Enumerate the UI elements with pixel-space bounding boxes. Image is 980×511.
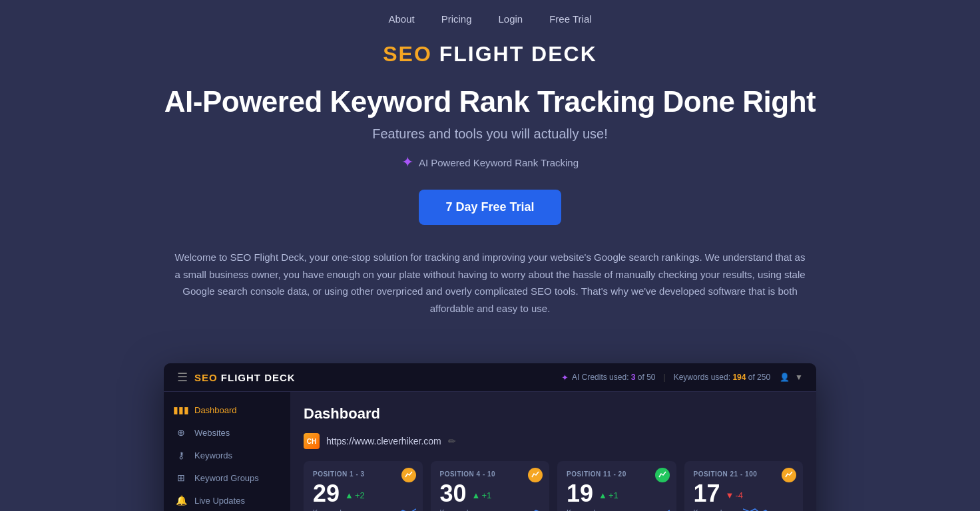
divider: | — [664, 373, 666, 382]
change-arrow-up-2: ▲ — [472, 490, 481, 500]
change-value-3: +1 — [609, 490, 618, 500]
card-number-3: 19 — [567, 482, 593, 506]
hamburger-icon[interactable]: ☰ — [177, 370, 188, 385]
stat-card-1-3: POSITION 1 - 3 29 ▲ +2 Keywords Ranking — [304, 461, 423, 511]
dashboard-body: ▮▮▮ Dashboard ⊕ Websites ⚷ Keywords ⊞ Ke… — [164, 392, 816, 511]
key-icon: ⚷ — [176, 450, 186, 460]
card-badge-3 — [655, 468, 670, 482]
sidebar-label-dashboard: Dashboard — [194, 405, 237, 415]
user-icon[interactable]: 👤 — [780, 373, 790, 382]
dropdown-icon[interactable]: ▼ — [795, 373, 803, 382]
dash-logo-seo: SEO — [194, 372, 221, 383]
bell-icon: 🔔 — [176, 495, 186, 506]
website-url: https://www.cleverhiker.com — [326, 436, 441, 446]
sidebar-label-websites: Websites — [194, 428, 230, 438]
nav-pricing[interactable]: Pricing — [441, 13, 472, 25]
hero-section: SEO FLIGHT DECK AI-Powered Keyword Rank … — [0, 35, 980, 363]
sidebar-item-websites[interactable]: ⊕ Websites — [164, 421, 290, 444]
card-change-3: ▲ +1 — [599, 490, 618, 503]
nav-login[interactable]: Login — [499, 13, 523, 25]
change-arrow-up-3: ▲ — [599, 490, 607, 500]
stat-card-21-100: POSITION 21 - 100 17 ▼ -4 Keywords Ranki… — [684, 461, 804, 511]
ai-credits-text: AI Credits used: 3 of 50 — [572, 373, 655, 382]
card-change-1: ▲ +2 — [345, 490, 365, 503]
card-number-2: 30 — [440, 482, 467, 506]
dash-logo: ☰ SEO FLIGHT DECK — [177, 370, 296, 385]
change-value-2: +1 — [481, 490, 491, 500]
ai-icon: ✦ — [561, 373, 569, 383]
dashboard-preview: ☰ SEO FLIGHT DECK ✦ AI Credits used: 3 o… — [164, 363, 816, 511]
keywords-used-text: Keywords used: 194 of 250 — [674, 373, 770, 382]
sparkle-icon: ✦ — [401, 154, 413, 171]
change-arrow-up-1: ▲ — [345, 490, 354, 500]
cta-button[interactable]: 7 Day Free Trial — [419, 190, 561, 225]
website-row: CH https://www.cleverhiker.com ✏ — [304, 433, 803, 449]
stat-card-4-10: POSITION 4 - 10 30 ▲ +1 Keywords Ranking — [431, 461, 550, 511]
sparkline-3 — [616, 502, 670, 511]
sidebar-item-live-updates[interactable]: 🔔 Live Updates — [164, 489, 290, 511]
brand-logo: SEO FLIGHT DECK — [13, 42, 967, 67]
sidebar-item-keywords[interactable]: ⚷ Keywords — [164, 444, 290, 466]
ai-credits-info: ✦ AI Credits used: 3 of 50 — [561, 373, 655, 383]
sparkline-4 — [743, 502, 796, 511]
nav-free-trial[interactable]: Free Trial — [549, 13, 591, 25]
card-number-4: 17 — [694, 482, 720, 506]
card-position-label-2: POSITION 4 - 10 — [440, 470, 541, 478]
hero-subtitle: Features and tools you will actually use… — [13, 126, 967, 142]
stat-cards: POSITION 1 - 3 29 ▲ +2 Keywords Ranking — [304, 461, 803, 511]
ai-badge-text: AI Powered Keyword Rank Tracking — [419, 157, 579, 168]
card-change-4: ▼ -4 — [726, 490, 743, 503]
bar-chart-icon: ▮▮▮ — [176, 405, 186, 415]
nav-about[interactable]: About — [388, 13, 414, 25]
sidebar-label-keywords: Keywords — [194, 450, 232, 460]
change-value-4: -4 — [735, 490, 743, 500]
website-favicon: CH — [304, 433, 320, 449]
edit-icon[interactable]: ✏ — [448, 436, 456, 446]
dashboard-main: Dashboard CH https://www.cleverhiker.com… — [290, 392, 816, 511]
dashboard-sidebar: ▮▮▮ Dashboard ⊕ Websites ⚷ Keywords ⊞ Ke… — [164, 392, 290, 511]
card-change-2: ▲ +1 — [472, 490, 492, 503]
change-value-1: +2 — [355, 490, 365, 500]
main-nav: About Pricing Login Free Trial — [0, 0, 980, 35]
hero-description: Welcome to SEO Flight Deck, your one-sto… — [174, 249, 806, 317]
logo-flight-deck: FLIGHT DECK — [439, 42, 597, 66]
hero-heading: AI-Powered Keyword Rank Tracking Done Ri… — [13, 85, 967, 118]
dash-logo-text: SEO FLIGHT DECK — [194, 372, 296, 383]
change-arrow-down-4: ▼ — [726, 490, 734, 500]
ai-badge: ✦ AI Powered Keyword Rank Tracking — [401, 154, 579, 171]
grid-icon: ⊞ — [176, 472, 186, 483]
card-position-label-4: POSITION 21 - 100 — [694, 470, 794, 478]
card-position-label-1: POSITION 1 - 3 — [313, 470, 413, 478]
logo-seo: SEO — [383, 42, 439, 66]
sidebar-item-dashboard[interactable]: ▮▮▮ Dashboard — [164, 399, 290, 421]
sidebar-label-keyword-groups: Keyword Groups — [194, 473, 259, 483]
globe-icon: ⊕ — [176, 427, 186, 438]
card-badge-1 — [401, 468, 416, 482]
card-badge-4 — [782, 468, 796, 482]
sidebar-item-keyword-groups[interactable]: ⊞ Keyword Groups — [164, 466, 290, 489]
card-position-label-3: POSITION 11 - 20 — [567, 470, 667, 478]
dash-logo-fd: FLIGHT DECK — [221, 372, 296, 383]
card-number-1: 29 — [313, 482, 340, 506]
card-badge-2 — [528, 468, 543, 482]
sidebar-label-live-updates: Live Updates — [194, 496, 245, 506]
dashboard-title: Dashboard — [304, 405, 803, 423]
sparkline-2 — [489, 502, 543, 511]
topbar-right: ✦ AI Credits used: 3 of 50 | Keywords us… — [561, 373, 803, 383]
dashboard-topbar: ☰ SEO FLIGHT DECK ✦ AI Credits used: 3 o… — [164, 363, 816, 392]
stat-card-11-20: POSITION 11 - 20 19 ▲ +1 Keywords Rankin… — [557, 461, 676, 511]
sparkline-1 — [363, 502, 416, 511]
